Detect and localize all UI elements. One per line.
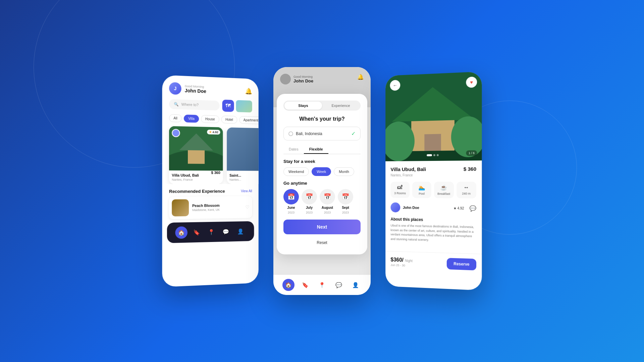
screen3-rating: ★ 4.92 [453,206,464,210]
month-august-icon: 📅 [320,189,335,204]
screen3-content: Villa Ubud, Bali $ 360 Nantes, France 🛋 … [385,161,482,254]
screen2-tabs: Stays Experience [283,101,361,111]
screen3-reviewer: John Doe ★ 4.92 💬 [391,202,477,214]
screen2-greeting: Good Morning [293,75,313,78]
phone-frame-screen1: J Good Morning John Doe 🔔 🔍 Where to? 🗺 … [162,75,258,287]
screen3-amenity-distance-label: 240 m [462,192,470,195]
screen2-username: John Doe [293,78,313,83]
month-sept-name: Sept [342,206,349,209]
screen3-chat-icon[interactable]: 💬 [470,205,476,212]
screen1-bell-icon[interactable]: 🔔 [245,87,252,95]
screen2-tab-stays[interactable]: Stays [284,102,322,110]
heart-icon[interactable]: ♡ [246,204,250,210]
screen3-amenity-distance: ↔ 240 m [457,182,477,198]
screen2-nav-location[interactable]: 📍 [316,279,328,291]
screen3-reviewer-name: John Doe [403,205,450,210]
screen1-avatar: J [169,82,181,95]
screen1-bottom-nav: 🏠 🔖 📍 💬 👤 [167,221,254,243]
screen1-username: John Doe [185,88,206,94]
screen1-section-header: Recommended Experience View All [162,184,258,197]
screen2-nav-chat[interactable]: 💬 [333,279,345,291]
screen1-nav-bookmark[interactable]: 🔖 [191,226,203,238]
screen2-month-august[interactable]: 📅 August 2023 [320,189,335,214]
screen2-nav-home[interactable]: 🏠 [282,279,294,291]
screen2-stay-label: Stay for a week [283,159,361,164]
screen2-next-button[interactable]: Next [283,220,361,234]
screen2-nav-profile[interactable]: 👤 [350,279,362,291]
screen1-user: J Good Morning John Doe [169,82,206,96]
filter-villa[interactable]: Villa [184,115,199,123]
screen2-outer: Good Morning John Doe 🔔 Stays Experience… [273,67,371,295]
dot-3 [437,154,439,156]
screen1-card1-rating-value: 4.92 [212,130,218,134]
filter-apartment[interactable]: Apartment [239,116,258,124]
pool-icon: 🏊 [418,184,425,191]
screen1-card1-info: Villa Ubud, Bali $ 360 Nantes, France [169,170,223,184]
screen2-month-sept[interactable]: 📅 Sept 2023 [338,189,353,214]
screen2-date-tabs: Dates Flexible [283,145,361,154]
screen1-nav-home[interactable]: 🏠 [175,226,188,239]
screen2-modal: Stays Experience When's your trip? Bali,… [277,94,367,254]
screen2-location-text: Bali, Indonesia [296,131,322,136]
screen1-nav-location[interactable]: 📍 [205,226,217,238]
duration-weekend[interactable]: Weekend [283,167,309,176]
screen1-search-input[interactable]: 🔍 Where to? [169,99,220,110]
screen2-month-june[interactable]: 📅 June 2023 [283,189,299,214]
screen3-image-counter: 1 / 6 [466,150,477,156]
dot-2 [433,154,435,156]
screen3-reserve-button[interactable]: Reserve [447,258,476,270]
screen2-date-tab-dates[interactable]: Dates [283,145,304,154]
screen3-image-dots [427,154,439,156]
month-sept-icon: 📅 [338,189,353,204]
screen1-card2-info: Saint... Nantes... [227,171,259,184]
screen2-date-tab-flexible[interactable]: Flexible [304,145,328,154]
screen3-amenity-rooms-label: 3 Rooms [394,191,406,195]
screen3-hero: ← ♥ 1 / 6 [385,71,482,161]
month-june-icon: 📅 [283,189,299,204]
distance-icon: ↔ [464,184,469,190]
screen1-card1-avatar [172,129,180,137]
screen1-map-button[interactable]: 🗺 [222,100,234,112]
screen3-footer: $360/ Night Jun 25 - 30 Reserve [385,251,482,276]
screen3-amenity-breakfast-label: Breakfast [437,192,450,195]
month-august-name: August [322,206,333,209]
month-july-icon: 📅 [302,189,317,204]
screen1-view-all[interactable]: View All [241,189,252,193]
screen2-bell-icon[interactable]: 🔔 [357,74,364,80]
screen1-card-1[interactable]: ★ 4.92 Villa Ubud, Bali $ 360 Nantes, Fr… [169,126,223,184]
screen2-month-july[interactable]: 📅 July 2023 [302,189,317,214]
month-june-name: June [287,206,295,209]
filter-all[interactable]: All [169,114,182,122]
filter-house[interactable]: House [201,115,219,123]
screen3-location: Nantes, France [391,173,477,177]
screen2-nav-bookmark[interactable]: 🔖 [299,279,311,291]
screen3-amenity-rooms: 🛋 3 Rooms [391,182,410,198]
screen1-nav-profile[interactable]: 👤 [234,225,246,237]
screen1-card2-location: Nantes... [229,178,259,181]
screen3-rating-value: 4.92 [458,206,464,210]
screen1-experience-card[interactable]: Peach Blossom Maidstone, Kent, UK ♡ [169,196,252,219]
screen3-amenity-pool: 🏊 Pool [412,182,431,198]
screen2-tab-experience[interactable]: Experience [322,102,360,110]
screen1-cards: ★ 4.92 Villa Ubud, Bali $ 360 Nantes, Fr… [162,126,258,184]
screen1-map-thumbnail [236,100,252,113]
duration-week[interactable]: Week [312,167,331,176]
duration-month[interactable]: Month [334,167,354,176]
location-dot-icon [288,131,293,136]
screen2-modal-title: When's your trip? [283,116,361,122]
filter-hotel[interactable]: Hotel [221,116,237,124]
screen2-user-info: Good Morning John Doe [293,75,313,83]
search-icon: 🔍 [174,102,178,107]
screen1-search: 🔍 Where to? 🗺 [169,98,252,113]
screen2-location-left: Bali, Indonesia [288,131,322,136]
screen2-reset-button[interactable]: Reset [283,238,361,248]
month-july-year: 2023 [306,211,313,214]
screen1-experience-info: Peach Blossom Maidstone, Kent, UK [192,203,220,212]
screen1-card-2[interactable]: Saint... Nantes... [227,127,259,184]
screen3-footer-price-row: $360/ Night [391,257,413,263]
screen1-nav-chat[interactable]: 💬 [220,226,232,238]
month-august-year: 2023 [324,211,331,214]
screen3-amenity-breakfast: ☕ Breakfast [434,182,453,198]
screen1-card1-price: $ 360 [211,171,220,175]
breakfast-icon: ☕ [440,184,447,191]
